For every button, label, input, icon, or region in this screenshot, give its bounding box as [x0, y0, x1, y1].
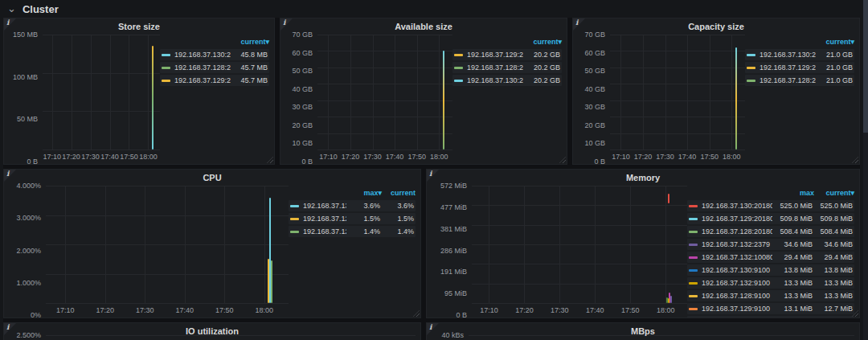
x-axis-label: 17:20 [96, 306, 114, 314]
y-axis-label: 50 GB [584, 67, 605, 75]
panel-row-1: iStore size150 MB100 MB50 MB0 B17:1017:2… [3, 18, 860, 165]
series-name: 192.168.37.129:9100 [702, 305, 772, 313]
legend-sort-current[interactable]: current [382, 189, 416, 199]
grid-line-h [317, 84, 452, 84]
panel-title[interactable]: Memory [427, 170, 859, 184]
legend-row[interactable]: 192.168.37.128:20180508.4 MiB508.4 MiB [687, 226, 854, 237]
legend-sort-max[interactable]: max [774, 189, 814, 199]
x-axis-label: 17:10 [480, 306, 498, 314]
x-axis-label: 17:50 [215, 306, 234, 314]
grid-line-h [610, 84, 745, 84]
info-icon: i [6, 18, 9, 27]
series-color-swatch [454, 54, 463, 56]
plot-area[interactable]: 17:1017:2017:3017:4017:5018:00 [610, 35, 745, 150]
series-value: 3.6% [380, 202, 414, 210]
legend-row[interactable]: 192.168.37.130:2018020.2 GB [452, 75, 562, 86]
page-scrollbar-thumb[interactable] [863, 0, 868, 133]
legend-sort-current[interactable]: current▾ [232, 38, 269, 47]
legend-row[interactable]: 192.168.37.130:20180525.0 MiB525.0 MiB [687, 200, 854, 211]
y-axis-label: 100 MB [13, 73, 38, 81]
x-axis-label: 17:50 [700, 153, 719, 161]
y-axis-label: 10 GB [292, 139, 313, 147]
legend-row[interactable]: 192.168.37.132:910013.3 MiB13.3 MiB [687, 277, 854, 289]
series-value: 29.4 MiB [813, 253, 853, 261]
series-value: 13.8 MiB [813, 266, 853, 274]
series-spike [668, 194, 669, 203]
panel-body: 150 MB100 MB50 MB0 B17:1017:2017:3017:40… [10, 35, 269, 162]
legend-row[interactable]: 192.168.37.129:2018045.7 MB [160, 75, 269, 86]
legend-row[interactable]: 192.168.37.128:2018020.2 GB [452, 62, 562, 73]
panel-title[interactable]: MBps [427, 323, 859, 338]
legend-row[interactable]: 192.168.37.130:910013.8 MiB13.8 MiB [687, 264, 854, 276]
panel-io-utilization: iIO utilization2.500% [3, 322, 421, 340]
series-value: 508.4 MiB [772, 227, 813, 236]
grid-line-h [43, 35, 160, 35]
grid-line-v [264, 186, 265, 303]
y-axis-label: 191 MiB [440, 268, 467, 276]
legend-row[interactable]: 192.168.37.128:201801.4%1.4% [289, 226, 416, 237]
legend-row[interactable]: 192.168.37.129:910013.1 MiB12.7 MiB [687, 303, 854, 314]
series-name: 192.168.37.128:20180 [303, 227, 346, 236]
legend-sort-current[interactable]: current▾ [817, 38, 854, 47]
grid-line-v [110, 35, 111, 150]
x-axis-label: 17:10 [43, 153, 61, 161]
y-axis-label: 60 GB [292, 49, 313, 57]
grid-line-v [665, 35, 666, 150]
legend-row[interactable]: 192.168.37.132:237934.6 MiB34.6 MiB [687, 239, 854, 250]
legend-row[interactable]: 192.168.37.128:910013.3 MiB13.3 MiB [687, 290, 854, 301]
y-axis-label: 1.000% [16, 279, 41, 287]
panel-title[interactable]: Available size [280, 18, 567, 33]
legend-row[interactable]: 192.168.37.130:201803.6%3.6% [289, 200, 416, 211]
legend-row[interactable]: 192.168.37.128:2018045.7 MB [160, 62, 269, 73]
legend-row[interactable]: 192.168.37.132:90916.9 MiB6.9 MiB [687, 316, 854, 318]
panel-row-2: iCPU4.000%3.000%2.000%1.000%0%17:1017:20… [3, 169, 860, 318]
x-axis-label: 17:40 [175, 306, 194, 314]
series-name: 192.168.37.128:20180 [702, 227, 772, 236]
grid-line-h [610, 35, 745, 35]
series-spike [268, 259, 269, 303]
grid-line-v [105, 186, 106, 303]
series-name: 192.168.37.132:10080 [702, 253, 772, 261]
grid-line-h [317, 150, 452, 150]
series-color-swatch [689, 308, 698, 310]
grid-line-h [610, 51, 745, 51]
grid-line-h [610, 68, 745, 68]
panel-body: 4.000%3.000%2.000%1.000%0%17:1017:2017:3… [10, 186, 416, 315]
grid-line-h [43, 73, 160, 74]
legend-row[interactable]: 192.168.37.130:2018021.0 GB [745, 49, 854, 60]
plot-area[interactable]: 17:1017:2017:3017:4017:5018:00 [46, 186, 289, 303]
legend-row[interactable]: 192.168.37.129:2018021.0 GB [745, 62, 854, 73]
legend-row[interactable]: 192.168.37.129:2018020.2 GB [452, 49, 562, 60]
legend-row[interactable]: 192.168.37.129:201801.5%1.5% [289, 213, 416, 224]
plot-area[interactable]: 17:1017:2017:3017:4017:5018:00 [317, 35, 452, 150]
legend-sort-max[interactable]: max▾ [348, 189, 382, 199]
legend-header: current▾ [745, 38, 854, 47]
legend-header: current▾ [452, 38, 562, 47]
info-icon: i [429, 170, 432, 178]
row-header-cluster[interactable]: ⌄ Cluster [0, 0, 868, 18]
series-value: 13.3 MiB [772, 279, 813, 287]
grid-line-v [65, 186, 66, 303]
panel-body: 572 MiB477 MiB381 MiB286 MiB191 MiB95 Mi… [433, 186, 854, 315]
y-axis-label: 0% [31, 311, 41, 318]
series-name: 192.168.37.129:20180 [467, 51, 523, 59]
legend-row[interactable]: 192.168.37.128:2018021.0 GB [745, 75, 854, 86]
info-icon: i [6, 323, 9, 331]
series-value: 13.3 MiB [813, 292, 853, 300]
plot-area[interactable]: 17:1017:2017:3017:4017:5018:00 [43, 35, 160, 150]
plot-area[interactable]: 17:1017:2017:3017:4017:5018:00 [472, 186, 687, 303]
x-axis-label: 17:40 [386, 153, 404, 161]
grid-line-h [472, 303, 687, 304]
legend-row[interactable]: 192.168.37.132:1008029.4 MiB29.4 MiB [687, 252, 854, 263]
legend: current▾192.168.37.130:2018045.8 MB192.1… [160, 35, 269, 162]
panel-title[interactable]: CPU [4, 170, 420, 184]
series-value: 20.2 GB [523, 63, 560, 72]
panel-title[interactable]: IO utilization [4, 323, 420, 338]
legend-row[interactable]: 192.168.37.130:2018045.8 MB [160, 49, 269, 60]
legend-sort-current[interactable]: current▾ [525, 38, 562, 47]
panel-title[interactable]: Capacity size [573, 18, 859, 33]
x-axis-label: 17:50 [407, 153, 426, 161]
legend-row[interactable]: 192.168.37.129:20180509.8 MiB509.8 MiB [687, 213, 854, 224]
panel-title[interactable]: Store size [4, 18, 274, 33]
legend-sort-current[interactable]: current▾ [814, 189, 854, 199]
